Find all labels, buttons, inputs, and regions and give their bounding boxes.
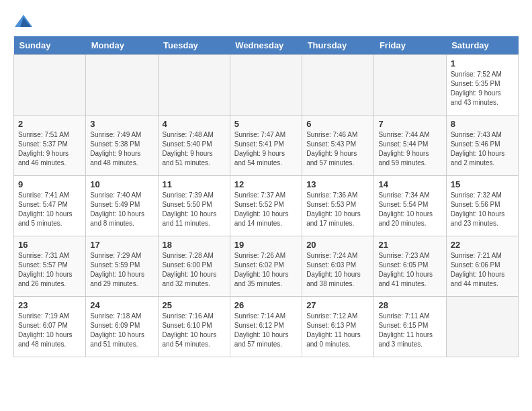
day-info: Sunrise: 7:43 AM Sunset: 5:46 PM Dayligh…	[451, 130, 514, 168]
calendar-day: 1Sunrise: 7:52 AM Sunset: 5:35 PM Daylig…	[446, 55, 518, 116]
day-number: 14	[378, 179, 441, 189]
header-sunday: Sunday	[14, 36, 86, 55]
calendar-day: 20Sunrise: 7:24 AM Sunset: 6:03 PM Dayli…	[302, 236, 374, 297]
day-info: Sunrise: 7:11 AM Sunset: 6:15 PM Dayligh…	[378, 312, 441, 349]
logo	[13, 13, 36, 30]
day-info: Sunrise: 7:18 AM Sunset: 6:09 PM Dayligh…	[90, 312, 153, 349]
day-number: 22	[451, 240, 514, 250]
calendar-day	[302, 55, 374, 116]
header-friday: Friday	[374, 36, 446, 55]
calendar-day: 3Sunrise: 7:49 AM Sunset: 5:38 PM Daylig…	[86, 116, 158, 176]
header-monday: Monday	[86, 36, 158, 55]
day-number: 10	[90, 179, 153, 189]
calendar-day: 25Sunrise: 7:16 AM Sunset: 6:10 PM Dayli…	[158, 297, 230, 357]
calendar-day: 26Sunrise: 7:14 AM Sunset: 6:12 PM Dayli…	[230, 297, 302, 357]
day-number: 19	[234, 240, 298, 250]
day-info: Sunrise: 7:23 AM Sunset: 6:05 PM Dayligh…	[378, 251, 441, 289]
day-info: Sunrise: 7:41 AM Sunset: 5:47 PM Dayligh…	[18, 191, 81, 228]
calendar-day: 6Sunrise: 7:46 AM Sunset: 5:43 PM Daylig…	[302, 116, 374, 176]
calendar-day: 14Sunrise: 7:34 AM Sunset: 5:54 PM Dayli…	[374, 176, 446, 236]
calendar-week-3: 9Sunrise: 7:41 AM Sunset: 5:47 PM Daylig…	[14, 176, 519, 236]
day-info: Sunrise: 7:19 AM Sunset: 6:07 PM Dayligh…	[18, 312, 81, 349]
day-number: 28	[378, 300, 441, 310]
day-info: Sunrise: 7:44 AM Sunset: 5:44 PM Dayligh…	[378, 130, 441, 168]
header-tuesday: Tuesday	[158, 36, 230, 55]
day-info: Sunrise: 7:47 AM Sunset: 5:41 PM Dayligh…	[234, 130, 298, 168]
day-number: 15	[451, 179, 514, 189]
calendar-table: SundayMondayTuesdayWednesdayThursdayFrid…	[13, 36, 519, 357]
day-number: 6	[306, 119, 369, 129]
calendar-week-4: 16Sunrise: 7:31 AM Sunset: 5:57 PM Dayli…	[14, 236, 519, 297]
calendar-day: 17Sunrise: 7:29 AM Sunset: 5:59 PM Dayli…	[86, 236, 158, 297]
day-number: 16	[18, 240, 81, 250]
day-info: Sunrise: 7:21 AM Sunset: 6:06 PM Dayligh…	[451, 251, 514, 289]
day-info: Sunrise: 7:51 AM Sunset: 5:37 PM Dayligh…	[18, 130, 81, 168]
day-number: 20	[306, 240, 369, 250]
day-number: 13	[306, 179, 369, 189]
day-number: 7	[378, 119, 441, 129]
calendar-day: 18Sunrise: 7:28 AM Sunset: 6:00 PM Dayli…	[158, 236, 230, 297]
calendar-day	[158, 55, 230, 116]
day-info: Sunrise: 7:34 AM Sunset: 5:54 PM Dayligh…	[378, 191, 441, 228]
day-number: 8	[451, 119, 514, 129]
calendar-day	[446, 297, 518, 357]
day-info: Sunrise: 7:37 AM Sunset: 5:52 PM Dayligh…	[234, 191, 298, 228]
day-number: 23	[18, 300, 81, 310]
day-number: 18	[163, 240, 226, 250]
calendar-day: 9Sunrise: 7:41 AM Sunset: 5:47 PM Daylig…	[14, 176, 86, 236]
day-number: 1	[451, 58, 514, 68]
day-number: 24	[90, 300, 153, 310]
day-number: 17	[90, 240, 153, 250]
calendar-week-1: 1Sunrise: 7:52 AM Sunset: 5:35 PM Daylig…	[14, 55, 519, 116]
calendar-day: 7Sunrise: 7:44 AM Sunset: 5:44 PM Daylig…	[374, 116, 446, 176]
day-info: Sunrise: 7:46 AM Sunset: 5:43 PM Dayligh…	[306, 130, 369, 168]
calendar-day: 22Sunrise: 7:21 AM Sunset: 6:06 PM Dayli…	[446, 236, 518, 297]
day-info: Sunrise: 7:26 AM Sunset: 6:02 PM Dayligh…	[234, 251, 298, 289]
calendar-day: 24Sunrise: 7:18 AM Sunset: 6:09 PM Dayli…	[86, 297, 158, 357]
day-number: 26	[234, 300, 298, 310]
day-info: Sunrise: 7:16 AM Sunset: 6:10 PM Dayligh…	[163, 312, 226, 349]
calendar-day: 10Sunrise: 7:40 AM Sunset: 5:49 PM Dayli…	[86, 176, 158, 236]
day-info: Sunrise: 7:14 AM Sunset: 6:12 PM Dayligh…	[234, 312, 298, 349]
page-header	[13, 13, 519, 30]
calendar-day	[374, 55, 446, 116]
calendar-day: 8Sunrise: 7:43 AM Sunset: 5:46 PM Daylig…	[446, 116, 518, 176]
calendar-day: 19Sunrise: 7:26 AM Sunset: 6:02 PM Dayli…	[230, 236, 302, 297]
day-number: 11	[163, 179, 226, 189]
calendar-header-row: SundayMondayTuesdayWednesdayThursdayFrid…	[14, 36, 519, 55]
calendar-day: 5Sunrise: 7:47 AM Sunset: 5:41 PM Daylig…	[230, 116, 302, 176]
calendar-day	[230, 55, 302, 116]
calendar-day: 23Sunrise: 7:19 AM Sunset: 6:07 PM Dayli…	[14, 297, 86, 357]
calendar-day: 13Sunrise: 7:36 AM Sunset: 5:53 PM Dayli…	[302, 176, 374, 236]
day-info: Sunrise: 7:49 AM Sunset: 5:38 PM Dayligh…	[90, 130, 153, 168]
calendar-day: 28Sunrise: 7:11 AM Sunset: 6:15 PM Dayli…	[374, 297, 446, 357]
day-info: Sunrise: 7:24 AM Sunset: 6:03 PM Dayligh…	[306, 251, 369, 289]
day-number: 21	[378, 240, 441, 250]
day-number: 2	[18, 119, 81, 129]
day-info: Sunrise: 7:28 AM Sunset: 6:00 PM Dayligh…	[163, 251, 226, 289]
day-number: 27	[306, 300, 369, 310]
calendar-day: 12Sunrise: 7:37 AM Sunset: 5:52 PM Dayli…	[230, 176, 302, 236]
day-info: Sunrise: 7:39 AM Sunset: 5:50 PM Dayligh…	[163, 191, 226, 228]
calendar-day	[14, 55, 86, 116]
header-thursday: Thursday	[302, 36, 374, 55]
day-number: 5	[234, 119, 298, 129]
calendar-day: 21Sunrise: 7:23 AM Sunset: 6:05 PM Dayli…	[374, 236, 446, 297]
calendar-week-5: 23Sunrise: 7:19 AM Sunset: 6:07 PM Dayli…	[14, 297, 519, 357]
day-info: Sunrise: 7:52 AM Sunset: 5:35 PM Dayligh…	[451, 70, 514, 107]
header-saturday: Saturday	[446, 36, 518, 55]
calendar-day	[86, 55, 158, 116]
calendar-day: 16Sunrise: 7:31 AM Sunset: 5:57 PM Dayli…	[14, 236, 86, 297]
day-info: Sunrise: 7:29 AM Sunset: 5:59 PM Dayligh…	[90, 251, 153, 289]
day-info: Sunrise: 7:12 AM Sunset: 6:13 PM Dayligh…	[306, 312, 369, 349]
calendar-day: 27Sunrise: 7:12 AM Sunset: 6:13 PM Dayli…	[302, 297, 374, 357]
day-info: Sunrise: 7:32 AM Sunset: 5:56 PM Dayligh…	[451, 191, 514, 228]
calendar-week-2: 2Sunrise: 7:51 AM Sunset: 5:37 PM Daylig…	[14, 116, 519, 176]
day-info: Sunrise: 7:36 AM Sunset: 5:53 PM Dayligh…	[306, 191, 369, 228]
calendar-day: 2Sunrise: 7:51 AM Sunset: 5:37 PM Daylig…	[14, 116, 86, 176]
logo-icon	[13, 13, 34, 30]
calendar-day: 15Sunrise: 7:32 AM Sunset: 5:56 PM Dayli…	[446, 176, 518, 236]
header-wednesday: Wednesday	[230, 36, 302, 55]
calendar-day: 11Sunrise: 7:39 AM Sunset: 5:50 PM Dayli…	[158, 176, 230, 236]
day-info: Sunrise: 7:40 AM Sunset: 5:49 PM Dayligh…	[90, 191, 153, 228]
